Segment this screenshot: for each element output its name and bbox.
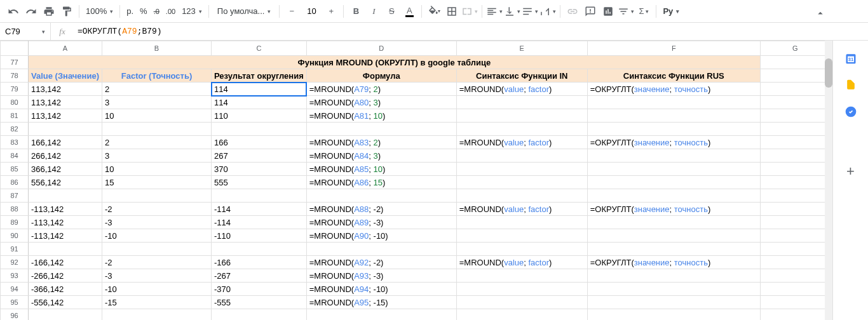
percent-button[interactable]: % [137,6,150,16]
cell[interactable]: =ОКРУГЛТ(значение; точность) [587,136,760,149]
cell[interactable] [456,269,587,283]
row-header[interactable]: 77 [1,56,29,69]
cell[interactable]: =MROUND(value; factor) [456,83,587,96]
cell[interactable]: =MROUND(A83; 2) [306,136,456,149]
cell[interactable]: =MROUND(A88; -2) [306,203,456,216]
cell[interactable]: 113,142 [29,83,102,96]
cell[interactable]: 10 [102,109,212,123]
cell[interactable] [760,229,830,243]
cell[interactable]: -113,142 [29,229,102,243]
align-button[interactable] [486,3,503,20]
cell[interactable] [306,123,456,136]
cell[interactable] [587,283,760,296]
fill-color-button[interactable]: ▾ [426,3,442,20]
cell[interactable] [102,309,212,321]
cell[interactable]: =MROUND(A79; 2) [306,83,456,96]
formula-input[interactable]: =ОКРУГЛТ(A79;B79) [74,27,868,36]
cell[interactable]: =MROUND(A92; -2) [306,256,456,269]
bold-button[interactable]: B [348,3,364,20]
name-box[interactable]: C79 [0,23,51,40]
cell[interactable] [29,243,102,256]
cell[interactable] [456,229,587,243]
cell[interactable] [456,283,587,296]
cell[interactable]: =MROUND(A86; 15) [306,176,456,189]
cell[interactable]: =ОКРУГЛТ(значение; точность) [587,83,760,96]
row-header[interactable]: 81 [1,109,29,123]
cell[interactable]: 15 [102,176,212,189]
paint-format-button[interactable] [58,3,75,20]
cell[interactable] [456,176,587,189]
cell[interactable]: -2 [102,256,212,269]
calendar-icon[interactable]: 31 [844,52,857,65]
cell[interactable] [760,189,830,203]
tasks-icon[interactable] [844,105,857,118]
cell[interactable]: -166,142 [29,256,102,269]
cell[interactable]: 113,142 [29,109,102,123]
header-cell[interactable]: Формула [306,69,456,83]
cell[interactable]: -267 [212,269,307,283]
cell[interactable]: 166 [212,136,307,149]
col-header-E[interactable]: E [456,41,587,56]
cell[interactable]: =MROUND(A80; 3) [306,96,456,109]
cell[interactable] [587,216,760,229]
row-header[interactable]: 93 [1,269,29,283]
cell[interactable] [29,123,102,136]
spreadsheet-grid[interactable]: ABCDEFG 77Функция MROUND (ОКРУГЛТ) в goo… [0,41,832,320]
select-all[interactable] [1,41,29,56]
cell[interactable]: =MROUND(A90; -10) [306,229,456,243]
cell[interactable]: -113,142 [29,203,102,216]
row-header[interactable]: 90 [1,229,29,243]
row-header[interactable]: 92 [1,256,29,269]
cell[interactable]: -10 [102,229,212,243]
cell[interactable] [760,309,830,321]
col-header-G[interactable]: G [760,41,830,56]
cell[interactable]: -266,142 [29,269,102,283]
col-header-D[interactable]: D [306,41,456,56]
undo-button[interactable] [5,3,22,20]
link-button[interactable] [564,3,581,20]
cell[interactable] [587,296,760,309]
cell[interactable]: -2 [102,203,212,216]
addons-button[interactable]: Py [660,6,682,16]
cell[interactable] [306,189,456,203]
cell[interactable] [760,176,830,189]
cell[interactable] [760,96,830,109]
cell[interactable]: =ОКРУГЛТ(значение; точность) [587,203,760,216]
cell[interactable]: -10 [102,283,212,296]
cell[interactable] [102,123,212,136]
increase-decimal-button[interactable]: .00 [163,8,178,15]
cell[interactable]: 114 [212,83,307,96]
cell[interactable] [587,189,760,203]
cell[interactable] [760,83,830,96]
wrap-button[interactable] [522,3,538,20]
cell[interactable] [587,309,760,321]
cell[interactable]: 555 [212,176,307,189]
cell[interactable]: -556,142 [29,296,102,309]
cell[interactable] [456,243,587,256]
cell[interactable]: 113,142 [29,96,102,109]
print-button[interactable] [41,3,57,20]
cell[interactable]: -110 [212,229,307,243]
cell[interactable]: -3 [102,216,212,229]
cell[interactable]: 2 [102,83,212,96]
cell[interactable] [29,189,102,203]
cell[interactable]: -370 [212,283,307,296]
valign-button[interactable] [504,3,520,20]
row-header[interactable]: 79 [1,83,29,96]
cell[interactable]: =MROUND(value; factor) [456,256,587,269]
merge-button[interactable] [461,3,478,20]
cell[interactable]: -113,142 [29,216,102,229]
header-cell[interactable]: Value (Значение) [29,69,102,83]
cell[interactable]: =MROUND(A93; -3) [306,269,456,283]
cell[interactable]: -15 [102,296,212,309]
cell[interactable] [587,96,760,109]
cell[interactable] [587,243,760,256]
row-header[interactable]: 87 [1,189,29,203]
cell[interactable] [587,123,760,136]
cell[interactable] [456,163,587,176]
cell[interactable] [587,176,760,189]
cell[interactable] [760,163,830,176]
cell[interactable] [760,123,830,136]
cell[interactable]: 166,142 [29,136,102,149]
cell[interactable]: =MROUND(value; factor) [456,203,587,216]
